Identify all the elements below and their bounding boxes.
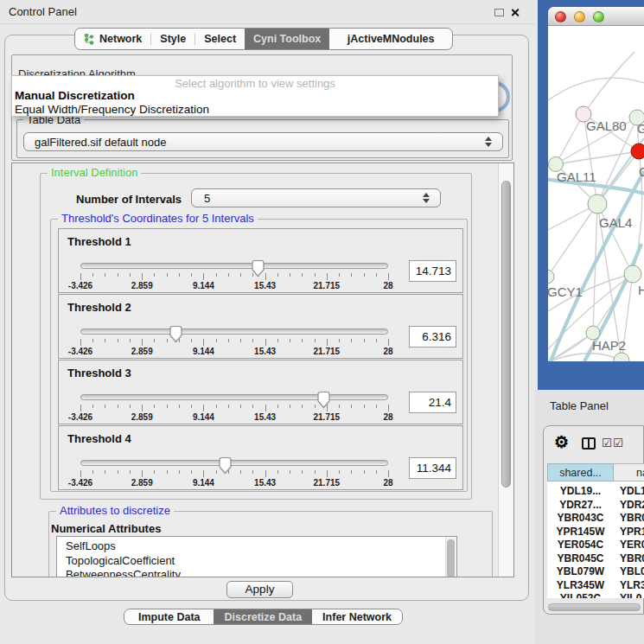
zoom-traffic-light[interactable] [593,11,604,22]
tab-network[interactable]: Network [75,29,150,49]
slider-track[interactable] [80,460,388,466]
tab-infer-network[interactable]: Infer Network [312,609,402,624]
apply-button[interactable]: Apply [226,581,293,598]
threshold-value-field[interactable]: 6.316 [409,326,456,348]
split-columns-icon[interactable] [582,437,596,450]
tab-cyni-toolbox[interactable]: Cyni Toolbox [245,29,329,49]
vertical-scrollbar[interactable] [498,163,513,577]
slider-scale-label: 9.144 [182,478,225,488]
numerical-attributes-label: Numerical Attributes [51,522,161,535]
tab-style[interactable]: Style [151,29,194,49]
slider-tick [154,339,155,342]
slider-scale-label: 15.43 [244,281,287,290]
tab-impute-data[interactable]: Impute Data [124,609,214,624]
numerical-attributes-list[interactable]: SelfLoopsTopologicalCoefficientBetweenne… [56,536,457,577]
algorithm-popup-item[interactable]: Equal Width/Frequency Discretization [12,103,498,117]
table-row[interactable]: YPR145WYPR1 [547,526,644,539]
slider-tick [80,405,81,411]
slider-tick [179,405,180,408]
table-row[interactable]: YBR043CYBR0 [547,512,644,526]
attribute-list-item[interactable]: TopologicalCoefficient [57,554,456,569]
network-icon [84,34,94,45]
slider-scale-label: 21.715 [305,281,348,290]
threshold-value-field[interactable]: 14.713 [409,260,456,282]
network-node[interactable] [631,143,644,159]
slider-track[interactable] [80,328,388,335]
table-cell-shared-name: YER054C [547,539,614,552]
table-panel: ⚙ ☑☑ shared... na YDL19...YDL1YDR27...YD… [543,425,644,615]
close-icon[interactable] [510,8,520,17]
slider-tick [142,273,143,280]
threshold-value-field[interactable]: 11.344 [409,457,456,479]
slider-track[interactable] [80,263,388,269]
slider-tick [92,273,93,277]
slider-tick [315,405,316,408]
threshold-panel: Threshold 3-3.4262.8599.14415.4321.71528… [58,360,463,424]
table-cell-name: YDR2 [614,499,644,513]
slider-tick [228,273,229,277]
attribute-list-item[interactable]: SelfLoops [57,539,456,554]
control-panel-titlebar: Control Panel [0,0,534,24]
network-canvas[interactable]: GAL80GALGGAL11GAL4GCY1HHAP2 [548,26,644,361]
slider-tick [388,405,389,411]
table-column-header-name[interactable]: na [614,463,644,481]
slider-tick [203,273,204,280]
attributes-scrollbar[interactable] [445,537,456,577]
network-node[interactable] [588,194,607,214]
table-row[interactable]: YER054CYER0 [547,539,644,552]
threshold-value-field[interactable]: 21.4 [409,392,456,413]
table-row[interactable]: YDR27...YDR2 [547,499,644,513]
checkbox-columns-icon[interactable]: ☑☑ [602,436,624,450]
close-traffic-light[interactable] [555,11,566,22]
slider-tick [167,339,168,342]
table-row[interactable]: YBR045CYBR0 [547,552,644,566]
slider-tick [388,470,389,477]
network-node[interactable] [548,270,554,284]
slider-tick [351,405,352,408]
tab-discretize-data[interactable]: Discretize Data [214,609,312,624]
algorithm-dropdown-popup: Select algorithm to view settings Manual… [11,75,499,117]
network-node[interactable] [614,353,629,361]
slider-thumb[interactable] [218,456,233,475]
network-node-label: GAL [637,121,644,136]
table-row[interactable]: YIL052CYIL0 [547,592,644,598]
float-window-icon[interactable] [494,9,504,16]
number-of-intervals-label: Number of Intervals [76,193,182,206]
table-cell-name: YBL0 [614,565,644,579]
algorithm-popup-item[interactable]: Manual Discretization [12,89,498,103]
vertical-scrollbar-thumb[interactable] [501,181,511,488]
table-row[interactable]: YDL19...YDL1 [547,485,644,499]
tab-select[interactable]: Select [195,29,245,49]
tab-jactivemnodules[interactable]: jActiveMNodules [329,29,452,49]
table-row[interactable]: YLR345WYLR3 [547,579,644,593]
number-of-intervals-spinner[interactable]: 5 [191,188,441,207]
table-data-combobox[interactable]: galFiltered.sif default node [23,132,503,151]
table-row[interactable]: YBL079WYBL0 [547,565,644,579]
table-cell-shared-name: YLR345W [547,579,614,593]
slider-scale-label: -3.426 [59,347,102,356]
slider-tick [376,273,377,277]
gear-icon[interactable]: ⚙ [554,432,569,452]
table-cell-name: YER0 [614,539,644,552]
slider-thumb[interactable] [169,325,183,343]
slider-tick [252,405,253,408]
table-column-header-shared[interactable]: shared... [547,463,614,481]
slider-tick [80,339,81,346]
slider-thumb[interactable] [251,259,265,277]
slider-tick [376,470,377,474]
slider-tick [167,405,168,408]
slider-scale-label: 2.859 [120,347,163,356]
slider-scale-label: 2.859 [120,478,163,488]
network-edge [548,204,597,278]
slider-track[interactable] [80,394,388,400]
slider-tick [302,405,303,408]
attributes-scrollbar-thumb[interactable] [447,539,455,577]
attribute-list-item[interactable]: BetweennessCentrality [57,568,456,577]
slider-tick [130,339,131,342]
slider-tick [80,470,81,477]
table-horizontal-scrollbar-thumb[interactable] [548,603,641,611]
minimize-traffic-light[interactable] [574,11,585,22]
slider-thumb[interactable] [316,391,331,409]
table-cell-name: YLR3 [614,579,644,593]
network-node[interactable] [624,265,641,283]
